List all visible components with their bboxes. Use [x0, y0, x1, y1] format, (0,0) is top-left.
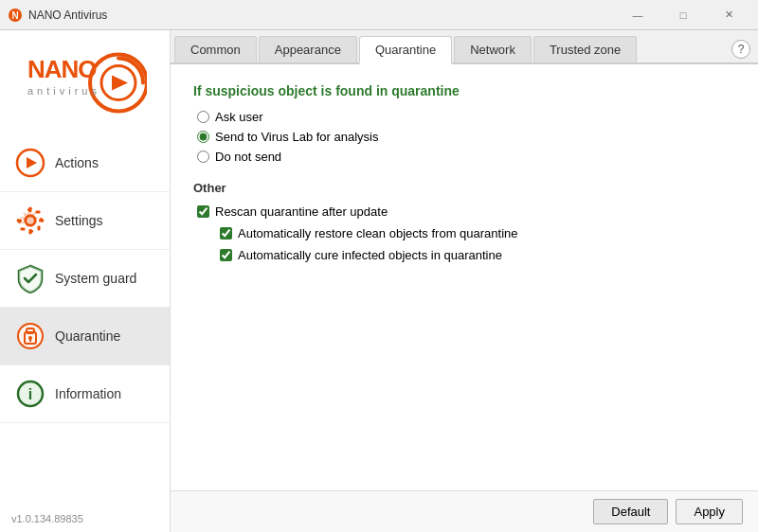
sidebar-item-settings-label: Settings: [55, 213, 103, 228]
radio-send-to-lab-label: Send to Virus Lab for analysis: [215, 130, 378, 144]
checkbox-rescan-input[interactable]: [197, 205, 209, 218]
checkbox-cure-infected-input[interactable]: [220, 249, 232, 261]
svg-rect-19: [21, 228, 26, 231]
checkbox-group-other: Rescan quarantine after update Automatic…: [193, 204, 735, 262]
svg-marker-4: [112, 76, 128, 91]
svg-text:NANO: NANO: [27, 55, 97, 83]
window-controls: — □ ✕: [616, 0, 750, 30]
settings-icon: [15, 205, 45, 236]
titlebar: N NANO Antivirus — □ ✕: [0, 0, 758, 30]
quarantine-icon: [15, 321, 45, 351]
logo-area: NANO antivirus: [0, 30, 170, 134]
default-button[interactable]: Default: [593, 499, 668, 524]
sidebar-item-system-guard[interactable]: System guard: [0, 250, 170, 308]
svg-rect-17: [38, 226, 41, 231]
checkbox-rescan[interactable]: Rescan quarantine after update: [197, 204, 735, 219]
sidebar-item-quarantine[interactable]: Quarantine: [0, 308, 170, 365]
radio-ask-user-label: Ask user: [215, 110, 263, 124]
sidebar-item-information-label: Information: [55, 386, 121, 401]
content-area: Common Appearance Quarantine Network Tru…: [171, 30, 758, 532]
sidebar-item-settings[interactable]: Settings: [0, 192, 170, 250]
checkbox-restore-clean-label: Automatically restore clean objects from…: [238, 226, 518, 240]
app-body: NANO antivirus Actions: [0, 30, 758, 532]
svg-text:i: i: [28, 386, 32, 402]
sidebar-item-system-guard-label: System guard: [55, 271, 136, 286]
minimize-button[interactable]: —: [616, 0, 659, 30]
tabbar: Common Appearance Quarantine Network Tru…: [171, 30, 758, 64]
sidebar-navigation: Actions: [0, 134, 170, 505]
sidebar-item-information[interactable]: i Information: [0, 365, 170, 423]
tab-quarantine[interactable]: Quarantine: [359, 36, 452, 64]
checkbox-restore-clean[interactable]: Automatically restore clean objects from…: [197, 226, 735, 240]
radio-ask-user-input[interactable]: [197, 111, 209, 123]
svg-marker-8: [27, 157, 37, 168]
svg-rect-15: [36, 211, 41, 214]
titlebar-title: NANO Antivirus: [28, 9, 616, 22]
tab-trusted-zone[interactable]: Trusted zone: [533, 36, 637, 62]
tab-appearance[interactable]: Appearance: [259, 36, 357, 62]
tab-network[interactable]: Network: [454, 36, 532, 62]
main-content: If suspicious object is found in quarant…: [171, 64, 758, 490]
svg-text:antivirus: antivirus: [27, 85, 100, 97]
nano-logo: NANO antivirus: [24, 44, 147, 120]
other-section-title: Other: [193, 181, 735, 195]
sidebar-item-actions-label: Actions: [55, 155, 99, 170]
version-label: v1.0.134.89835: [0, 505, 170, 532]
checkbox-rescan-label: Rescan quarantine after update: [215, 204, 388, 219]
checkbox-cure-infected-label: Automatically cure infected objects in q…: [238, 248, 502, 262]
radio-do-not-send-input[interactable]: [197, 151, 209, 163]
radio-do-not-send[interactable]: Do not send: [197, 150, 735, 164]
system-guard-icon: [15, 263, 45, 293]
checkbox-restore-clean-input[interactable]: [220, 227, 232, 239]
radio-send-to-lab-input[interactable]: [197, 131, 209, 143]
apply-button[interactable]: Apply: [676, 499, 743, 524]
actions-icon: [15, 148, 45, 178]
tab-common[interactable]: Common: [174, 36, 257, 62]
svg-text:N: N: [11, 10, 18, 21]
radio-group-suspicious: Ask user Send to Virus Lab for analysis …: [193, 110, 735, 164]
bottom-bar: Default Apply: [171, 490, 758, 532]
information-icon: i: [15, 379, 45, 409]
radio-send-to-lab[interactable]: Send to Virus Lab for analysis: [197, 130, 735, 144]
checkbox-cure-infected[interactable]: Automatically cure infected objects in q…: [197, 248, 735, 262]
section-title: If suspicious object is found in quarant…: [193, 83, 735, 98]
help-button[interactable]: ?: [731, 40, 750, 59]
sidebar-item-quarantine-label: Quarantine: [55, 328, 120, 344]
radio-do-not-send-label: Do not send: [215, 150, 281, 164]
sidebar-item-actions[interactable]: Actions: [0, 134, 170, 192]
close-button[interactable]: ✕: [707, 0, 750, 30]
maximize-button[interactable]: □: [661, 0, 705, 30]
sidebar: NANO antivirus Actions: [0, 30, 171, 532]
app-icon: N: [8, 8, 23, 23]
radio-ask-user[interactable]: Ask user: [197, 110, 735, 124]
